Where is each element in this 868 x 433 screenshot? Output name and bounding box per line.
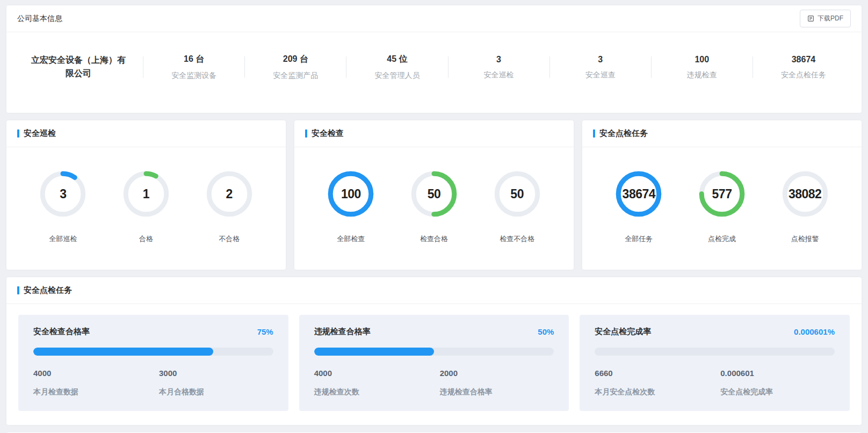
panel-stat-value: 4000: [314, 369, 440, 378]
ring-item: 1合格: [122, 170, 170, 244]
stat-value: 209 台: [245, 54, 346, 65]
title-accent-bar: [305, 129, 307, 138]
ring-card-title: 安全检查: [312, 128, 344, 139]
ring-card-header: 安全点检任务: [582, 120, 862, 147]
panel-stat: 4000违规检查次数: [314, 369, 440, 397]
progress-title: 违规检查合格率: [314, 327, 371, 337]
spot-check-header: 安全点检任务: [6, 277, 862, 304]
company-stats-row: 立宏安全设备（上海）有限公司16 台安全监测设备209 台安全监测产品45 位安…: [6, 32, 862, 113]
progress-panel: 违规检查合格率50%4000违规检查次数2000违规检查合格率: [299, 315, 569, 411]
ring-label: 检查合格: [420, 234, 448, 244]
ring-item: 100全部检查: [327, 170, 375, 244]
ring-item: 3全部巡检: [39, 170, 87, 244]
progress-panel: 安全点检完成率0.000601%6660本月安全点检次数0.000601安全点检…: [580, 315, 850, 411]
panel-stat: 6660本月安全点检次数: [595, 369, 720, 397]
ring-label: 全部检查: [337, 234, 365, 244]
company-info-card: 公司基本信息 下载PDF 立宏安全设备（上海）有限公司16 台安全监测设备209…: [6, 5, 862, 113]
stat-label: 安全管理人员: [346, 71, 447, 81]
progress-percent: 0.000601%: [794, 327, 835, 336]
progress-panel-head: 安全点检完成率0.000601%: [595, 327, 835, 337]
panel-stat: 2000违规检查合格率: [440, 369, 554, 397]
ring-card-header: 安全检查: [294, 120, 574, 147]
company-info-header: 公司基本信息 下载PDF: [6, 5, 862, 32]
spot-check-title: 安全点检任务: [24, 285, 72, 295]
donut-ring: 2: [205, 170, 254, 218]
ring-card-body: 100全部检查50检查合格50检查不合格: [294, 147, 574, 270]
progress-panel-head: 违规检查合格率50%: [314, 327, 554, 337]
donut-ring: 1: [122, 170, 170, 218]
donut-ring: 38674: [614, 170, 663, 218]
ring-value: 577: [698, 170, 746, 218]
panel-stat-label: 本月安全点检次数: [595, 387, 720, 397]
ring-label: 检查不合格: [500, 234, 534, 244]
stat-value: 3: [449, 55, 549, 64]
progress-track: [595, 348, 835, 356]
company-info-title: 公司基本信息: [17, 14, 62, 24]
stat-label: 安全监测设备: [143, 71, 244, 81]
panel-stat-label: 本月检查数据: [33, 387, 159, 397]
panel-stat-label: 安全点检完成率: [720, 387, 835, 397]
company-stat-item: 3安全巡查: [550, 55, 651, 80]
ring-item: 38082点检报警: [781, 170, 829, 244]
panel-stat: 3000本月合格数据: [159, 369, 273, 397]
company-name: 立宏安全设备（上海）有限公司: [14, 54, 143, 81]
ring-card-body: 3全部巡检1合格2不合格: [6, 147, 286, 270]
donut-ring: 577: [698, 170, 746, 218]
ring-value: 50: [493, 170, 541, 218]
ring-card-title: 安全点检任务: [599, 128, 648, 139]
ring-item: 50检查不合格: [493, 170, 541, 244]
ring-value: 100: [327, 170, 375, 218]
progress-panel-stats: 4000本月检查数据3000本月合格数据: [33, 369, 273, 397]
ring-label: 全部巡检: [49, 234, 77, 244]
panel-stat-value: 4000: [33, 369, 159, 378]
panel-stat-value: 2000: [440, 369, 554, 378]
donut-ring: 50: [493, 170, 541, 218]
ring-card: 安全巡检3全部巡检1合格2不合格: [6, 120, 286, 270]
progress-title: 安全点检完成率: [595, 327, 651, 337]
company-stat-item: 3安全巡检: [449, 55, 549, 80]
panel-stat-label: 违规检查次数: [314, 387, 440, 397]
progress-percent: 50%: [538, 327, 554, 336]
ring-item: 2不合格: [205, 170, 254, 244]
stat-value: 3: [550, 55, 651, 64]
progress-panels-row: 安全检查合格率75%4000本月检查数据3000本月合格数据违规检查合格率50%…: [6, 304, 862, 425]
donut-ring: 3: [39, 170, 87, 218]
panel-stat-label: 违规检查合格率: [440, 387, 554, 397]
progress-panel: 安全检查合格率75%4000本月检查数据3000本月合格数据: [18, 315, 288, 411]
panel-stat-value: 6660: [595, 369, 720, 378]
ring-value: 38082: [781, 170, 829, 218]
ring-card: 安全点检任务38674全部任务577点检完成38082点检报警: [582, 120, 862, 270]
stat-label: 安全监测产品: [245, 71, 346, 81]
stat-label: 安全巡检: [449, 70, 549, 80]
ring-card-title: 安全巡检: [24, 128, 56, 139]
ring-item: 38674全部任务: [614, 170, 663, 244]
ring-value: 3: [39, 170, 87, 218]
progress-track: [33, 348, 273, 356]
title-accent-bar: [17, 286, 19, 294]
stat-value: 38674: [753, 55, 854, 64]
panel-stat: 0.000601安全点检完成率: [720, 369, 835, 397]
donut-ring: 50: [410, 170, 458, 218]
ring-card-body: 38674全部任务577点检完成38082点检报警: [582, 147, 862, 270]
ring-item: 577点检完成: [698, 170, 746, 244]
progress-percent: 75%: [257, 327, 273, 336]
download-pdf-button[interactable]: 下载PDF: [800, 10, 851, 27]
ring-label: 全部任务: [625, 234, 653, 244]
ring-cards-row: 安全巡检3全部巡检1合格2不合格安全检查100全部检查50检查合格50检查不合格…: [6, 120, 862, 270]
donut-ring: 100: [327, 170, 375, 218]
progress-title: 安全检查合格率: [33, 327, 90, 337]
company-stat-item: 45 位安全管理人员: [346, 54, 447, 81]
donut-ring: 38082: [781, 170, 829, 218]
progress-panel-stats: 6660本月安全点检次数0.000601安全点检完成率: [595, 369, 835, 397]
ring-card-header: 安全巡检: [6, 120, 286, 147]
ring-label: 点检报警: [791, 234, 819, 244]
spot-check-card: 安全点检任务 安全检查合格率75%4000本月检查数据3000本月合格数据违规检…: [6, 277, 862, 425]
title-accent-bar: [17, 129, 19, 138]
ring-label: 不合格: [219, 234, 240, 244]
ring-label: 点检完成: [708, 234, 736, 244]
stat-label: 安全巡查: [550, 70, 651, 80]
company-stat-item: 100违规检查: [652, 55, 753, 80]
company-stat-item: 209 台安全监测产品: [245, 54, 346, 81]
download-icon: [807, 15, 814, 22]
title-accent-bar: [593, 129, 595, 138]
